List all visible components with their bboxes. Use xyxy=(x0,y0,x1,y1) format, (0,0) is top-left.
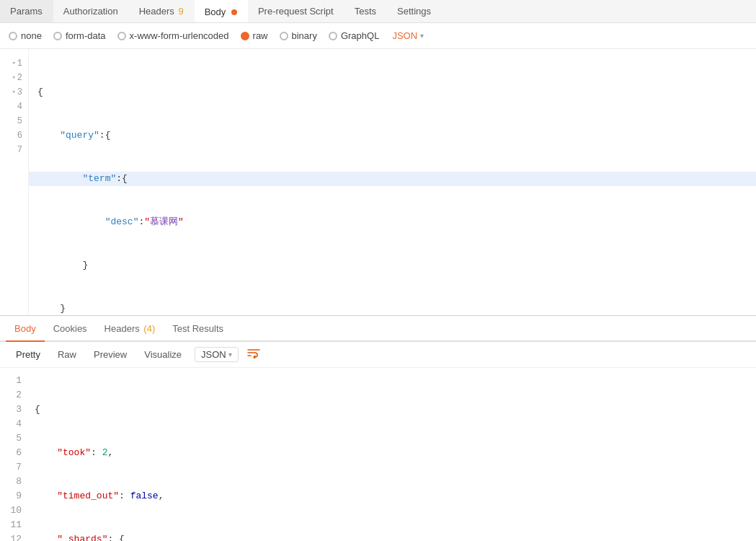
req-line-5: } xyxy=(37,258,747,273)
radio-circle-graphql xyxy=(329,32,337,40)
req-line-3: "term":{ xyxy=(29,172,756,186)
req-line-2: "query":{ xyxy=(37,128,747,143)
body-dot-indicator xyxy=(231,9,237,15)
resp-linenum-10: 10 xyxy=(7,503,22,518)
tab-body[interactable]: Body xyxy=(195,0,248,22)
line-num-5: 5 xyxy=(9,114,22,128)
resp-tab-cookies[interactable]: Cookies xyxy=(45,316,96,340)
main-container: Params Authorization Headers 9 Body Pre-… xyxy=(0,0,756,541)
format-pretty[interactable]: Pretty xyxy=(9,347,48,362)
line-num-1: ▾ 1 xyxy=(9,56,22,71)
resp-linenum-12: 12 xyxy=(7,532,22,541)
radio-none[interactable]: none xyxy=(9,30,42,41)
response-format-dropdown[interactable]: JSON ▾ xyxy=(195,347,239,362)
resp-code-line-3: "timed_out": false, xyxy=(35,489,747,503)
resp-linenum-7: 7 xyxy=(7,460,22,475)
resp-code-line-2: "took": 2, xyxy=(35,446,747,460)
resp-code-line-4: "_shards": { xyxy=(35,532,747,541)
tab-tests[interactable]: Tests xyxy=(344,0,387,22)
response-code-content: { "took": 2, "timed_out": false, "_shard… xyxy=(26,368,756,541)
resp-linenum-11: 11 xyxy=(7,518,22,532)
resp-tab-headers[interactable]: Headers (4) xyxy=(96,316,164,340)
request-line-numbers: ▾ 1 ▾ 2 ▾ 3 4 5 6 xyxy=(0,49,29,315)
tab-params[interactable]: Params xyxy=(0,0,53,22)
line-num-6: 6 xyxy=(9,128,22,143)
response-format-row: Pretty Raw Preview Visualize JSON ▾ xyxy=(0,342,756,368)
resp-tab-testresults[interactable]: Test Results xyxy=(164,316,232,340)
req-line-6: } xyxy=(37,302,747,315)
resp-linenum-9: 9 xyxy=(7,489,22,503)
body-type-selector: none form-data x-www-form-urlencoded raw… xyxy=(0,23,756,49)
line-num-4: 4 xyxy=(9,100,22,114)
format-preview[interactable]: Preview xyxy=(86,347,134,362)
response-code-viewer[interactable]: 1 2 3 4 5 6 7 8 9 10 11 12 13 14 15 16 1 xyxy=(0,368,756,541)
format-visualize[interactable]: Visualize xyxy=(137,347,189,362)
fold-arrow-3[interactable]: ▾ xyxy=(12,85,15,100)
tab-headers[interactable]: Headers 9 xyxy=(129,0,195,22)
radio-urlencoded[interactable]: x-www-form-urlencoded xyxy=(117,30,229,41)
resp-linenum-3: 3 xyxy=(7,403,22,417)
resp-linenum-5: 5 xyxy=(7,431,22,446)
resp-linenum-6: 6 xyxy=(7,446,22,460)
resp-code-line-1: { xyxy=(35,403,747,417)
request-body-editor[interactable]: ▾ 1 ▾ 2 ▾ 3 4 5 6 xyxy=(0,49,756,316)
resp-linenum-1: 1 xyxy=(7,374,22,388)
radio-form-data[interactable]: form-data xyxy=(53,30,106,41)
chevron-down-icon: ▾ xyxy=(420,32,424,40)
response-container: Body Cookies Headers (4) Test Results Pr… xyxy=(0,316,756,541)
radio-graphql[interactable]: GraphQL xyxy=(329,30,379,41)
request-code-content[interactable]: { "query":{ "term":{ "desc":"慕课网" } } } xyxy=(29,49,756,315)
response-tabs-bar: Body Cookies Headers (4) Test Results xyxy=(0,316,756,342)
line-num-7: 7 xyxy=(9,143,22,157)
radio-circle-none xyxy=(9,32,17,40)
tab-prerequest[interactable]: Pre-request Script xyxy=(248,0,344,22)
resp-linenum-2: 2 xyxy=(7,388,22,403)
tab-settings[interactable]: Settings xyxy=(387,0,442,22)
line-num-3: ▾ 3 xyxy=(9,85,22,100)
response-chevron-icon: ▾ xyxy=(228,351,232,359)
req-line-1: { xyxy=(37,85,747,100)
tab-authorization[interactable]: Authorization xyxy=(53,0,129,22)
response-line-numbers: 1 2 3 4 5 6 7 8 9 10 11 12 13 14 15 16 1 xyxy=(0,368,26,541)
raw-format-dropdown[interactable]: JSON ▾ xyxy=(392,30,424,41)
radio-binary[interactable]: binary xyxy=(280,30,317,41)
resp-tab-body[interactable]: Body xyxy=(6,316,45,340)
format-raw[interactable]: Raw xyxy=(50,347,84,362)
radio-circle-formdata xyxy=(53,32,62,40)
response-code-flex: 1 2 3 4 5 6 7 8 9 10 11 12 13 14 15 16 1 xyxy=(0,368,756,541)
req-line-4: "desc":"慕课网" xyxy=(37,215,747,229)
line-num-2: ▾ 2 xyxy=(9,71,22,85)
resp-linenum-8: 8 xyxy=(7,475,22,489)
radio-circle-raw xyxy=(241,32,249,40)
fold-arrow-1[interactable]: ▾ xyxy=(12,56,15,71)
radio-circle-binary xyxy=(280,32,288,40)
radio-raw[interactable]: raw xyxy=(241,30,268,41)
fold-arrow-2[interactable]: ▾ xyxy=(12,71,15,85)
radio-circle-urlencoded xyxy=(117,32,126,40)
resp-linenum-4: 4 xyxy=(7,417,22,431)
request-code-area: ▾ 1 ▾ 2 ▾ 3 4 5 6 xyxy=(0,49,756,315)
top-tabs-bar: Params Authorization Headers 9 Body Pre-… xyxy=(0,0,756,23)
wrap-text-icon[interactable] xyxy=(247,348,260,361)
